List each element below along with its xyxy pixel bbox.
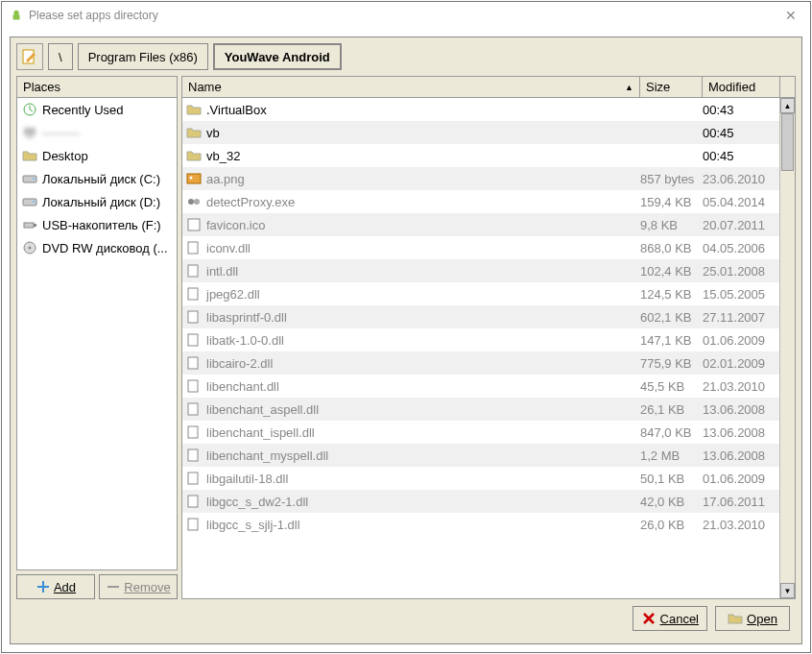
- file-row[interactable]: jpeg62.dll124,5 KB15.05.2005: [182, 282, 779, 305]
- file-row[interactable]: libenchant.dll45,5 KB21.03.2010: [182, 375, 779, 398]
- place-item[interactable]: Recently Used: [17, 98, 177, 121]
- folder-open-icon: [728, 611, 743, 626]
- place-item[interactable]: DVD RW дисковод (...: [17, 236, 177, 259]
- file-list-wrap: .VirtualBox00:43vb00:45vb_3200:45aa.png8…: [181, 98, 796, 599]
- place-item[interactable]: Desktop: [17, 144, 177, 167]
- file-row[interactable]: libenchant_ispell.dll847,0 KB13.06.2008: [182, 421, 779, 444]
- file-name: vb_32: [206, 149, 240, 163]
- scroll-track[interactable]: [780, 113, 795, 583]
- file-row[interactable]: libasprintf-0.dll602,1 KB27.11.2007: [182, 305, 779, 328]
- breadcrumb: \ Program Files (x86) YouWave Android: [16, 43, 796, 70]
- file-row[interactable]: libgailutil-18.dll50,1 KB01.06.2009: [182, 467, 779, 490]
- svg-point-7: [33, 178, 35, 180]
- file-row[interactable]: libcairo-2.dll775,9 KB02.01.2009: [182, 351, 779, 375]
- svg-rect-19: [188, 219, 200, 230]
- folder-icon: [186, 125, 202, 140]
- column-name[interactable]: Name ▲: [182, 77, 640, 97]
- open-button[interactable]: Open: [715, 606, 790, 631]
- place-item[interactable]: Локальный диск (C:): [17, 167, 177, 190]
- dialog-window: Please set apps directory ✕ \ Program Fi…: [1, 1, 811, 653]
- close-icon[interactable]: ✕: [779, 6, 802, 25]
- breadcrumb-seg1[interactable]: Program Files (x86): [78, 43, 208, 70]
- file-size: 868,0 KB: [640, 241, 703, 255]
- svg-rect-31: [188, 496, 198, 507]
- add-button[interactable]: Add: [16, 574, 95, 599]
- scroll-up-button[interactable]: ▲: [780, 98, 795, 113]
- column-size[interactable]: Size: [640, 77, 703, 97]
- svg-rect-20: [188, 242, 198, 254]
- file-name: aa.png: [206, 172, 245, 186]
- file-modified: 20.07.2011: [703, 218, 779, 232]
- file-row[interactable]: detectProxy.exe159,4 KB05.04.2014: [182, 190, 779, 213]
- file-modified: 13.06.2008: [703, 448, 779, 463]
- folder-icon: [22, 148, 37, 163]
- remove-button[interactable]: Remove: [99, 574, 178, 599]
- edit-path-button[interactable]: [16, 43, 43, 70]
- file-modified: 23.06.2010: [703, 172, 779, 186]
- android-icon: [10, 9, 23, 22]
- place-item[interactable]: USB-накопитель (F:): [17, 213, 177, 236]
- file-row[interactable]: libenchant_myspell.dll1,2 MB13.06.2008: [182, 444, 779, 467]
- file-name: vb: [206, 126, 220, 140]
- usb-icon: [22, 217, 37, 232]
- dll-icon: [186, 494, 202, 509]
- file-row[interactable]: aa.png857 bytes23.06.2010: [182, 167, 779, 190]
- file-name: libenchant_aspell.dll: [206, 402, 319, 417]
- svg-point-16: [190, 177, 193, 180]
- cancel-icon: [641, 611, 657, 626]
- file-modified: 00:45: [703, 126, 779, 140]
- file-modified: 00:43: [703, 103, 779, 117]
- file-header: Name ▲ Size Modified: [181, 76, 796, 98]
- scroll-thumb[interactable]: [781, 113, 794, 171]
- file-size: 159,4 KB: [640, 195, 703, 209]
- file-size: 102,4 KB: [640, 264, 703, 279]
- scroll-down-button[interactable]: ▼: [780, 583, 795, 598]
- svg-rect-6: [23, 176, 36, 182]
- place-label: Локальный диск (C:): [42, 172, 160, 186]
- pencil-icon: [22, 49, 37, 64]
- file-row[interactable]: favicon.ico9,8 KB20.07.2011: [182, 213, 779, 236]
- scrollbar[interactable]: ▲ ▼: [779, 98, 795, 598]
- file-row[interactable]: libenchant_aspell.dll26,1 KB13.06.2008: [182, 398, 779, 421]
- breadcrumb-root[interactable]: \: [48, 43, 73, 70]
- file-modified: 21.03.2010: [703, 379, 779, 394]
- file-modified: 25.01.2008: [703, 264, 779, 279]
- dll-icon: [186, 401, 202, 417]
- file-row[interactable]: .VirtualBox00:43: [182, 98, 779, 121]
- svg-rect-28: [188, 426, 198, 438]
- file-row[interactable]: libgcc_s_dw2-1.dll42,0 KB17.06.2011: [182, 490, 779, 513]
- place-item[interactable]: Локальный диск (D:): [17, 190, 177, 213]
- main-area: Places Recently Used———DesktopЛокальный …: [16, 76, 796, 599]
- svg-rect-11: [34, 224, 36, 227]
- file-row[interactable]: vb_3200:45: [182, 144, 779, 167]
- svg-point-17: [188, 199, 194, 205]
- file-size: 45,5 KB: [640, 379, 703, 394]
- breadcrumb-seg2[interactable]: YouWave Android: [213, 43, 342, 70]
- svg-rect-5: [27, 136, 33, 138]
- clock-icon: [22, 102, 37, 117]
- file-row[interactable]: intl.dll102,4 KB25.01.2008: [182, 259, 779, 282]
- file-modified: 01.06.2009: [703, 333, 779, 348]
- file-size: 147,1 KB: [640, 333, 703, 348]
- file-size: 775,9 KB: [640, 356, 703, 371]
- column-modified[interactable]: Modified: [703, 77, 779, 97]
- dvd-icon: [22, 240, 37, 255]
- file-modified: 27.11.2007: [703, 310, 779, 325]
- file-name: libcairo-2.dll: [206, 356, 273, 371]
- file-row[interactable]: libatk-1.0-0.dll147,1 KB01.06.2009: [182, 328, 779, 351]
- svg-rect-21: [188, 265, 198, 277]
- file-name: .VirtualBox: [206, 103, 267, 117]
- file-row[interactable]: libgcc_s_sjlj-1.dll26,0 KB21.03.2010: [182, 513, 779, 536]
- content-area: \ Program Files (x86) YouWave Android Pl…: [10, 36, 802, 644]
- file-name: libgailutil-18.dll: [206, 472, 288, 486]
- file-modified: 13.06.2008: [703, 425, 779, 440]
- file-row[interactable]: vb00:45: [182, 121, 779, 144]
- img-icon: [186, 171, 202, 186]
- file-size: 847,0 KB: [640, 425, 703, 440]
- place-item[interactable]: ———: [17, 121, 177, 144]
- place-label: Recently Used: [42, 103, 124, 117]
- file-row[interactable]: iconv.dll868,0 KB04.05.2006: [182, 236, 779, 259]
- file-modified: 01.06.2009: [703, 472, 779, 486]
- dll-icon: [186, 471, 202, 486]
- cancel-button[interactable]: Cancel: [633, 606, 707, 631]
